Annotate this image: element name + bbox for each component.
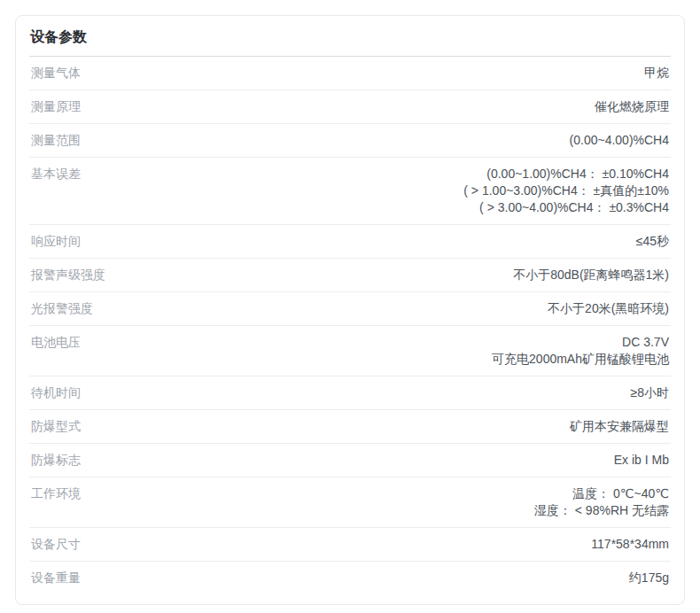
spec-value: 矿用本安兼隔爆型 <box>98 418 669 435</box>
spec-row: 工作环境 温度： 0℃~40℃ 湿度： < 98%RH 无结露 <box>29 477 671 528</box>
spec-label: 工作环境 <box>31 485 98 502</box>
spec-value: 约175g <box>98 570 669 586</box>
spec-label: 基本误差 <box>31 166 98 182</box>
spec-value: Ex ib I Mb <box>98 452 669 469</box>
spec-label: 防爆标志 <box>31 452 98 469</box>
panel-title: 设备参数 <box>29 16 671 57</box>
spec-table: 测量气体 甲烷 测量原理 催化燃烧原理 测量范围 (0.00~4.00)%CH4… <box>29 57 671 594</box>
spec-value: 不小于20米(黑暗环境) <box>111 300 669 317</box>
spec-row: 防爆标志 Ex ib I Mb <box>29 444 671 477</box>
spec-label: 测量范围 <box>31 132 98 149</box>
spec-row: 测量原理 催化燃烧原理 <box>29 90 671 124</box>
spec-label: 测量气体 <box>31 65 98 81</box>
spec-row: 设备重量 约175g <box>29 562 671 594</box>
spec-label: 光报警强度 <box>31 300 111 317</box>
spec-label: 测量原理 <box>31 98 98 115</box>
spec-label: 响应时间 <box>31 233 98 250</box>
spec-value: ≤45秒 <box>98 233 669 250</box>
spec-row: 防爆型式 矿用本安兼隔爆型 <box>29 410 671 444</box>
spec-value: 温度： 0℃~40℃ 湿度： < 98%RH 无结露 <box>98 485 669 519</box>
spec-label: 设备尺寸 <box>31 536 98 553</box>
spec-row: 测量范围 (0.00~4.00)%CH4 <box>29 124 671 158</box>
spec-label: 电池电压 <box>31 334 98 351</box>
spec-row: 待机时间 ≥8小时 <box>29 376 671 410</box>
spec-value: ≥8小时 <box>98 384 669 401</box>
spec-row: 响应时间 ≤45秒 <box>29 225 671 259</box>
page: 设备参数 测量气体 甲烷 测量原理 催化燃烧原理 测量范围 (0.00~4.00… <box>0 0 700 613</box>
spec-value: DC 3.7V 可充电2000mAh矿用锰酸锂电池 <box>98 334 669 368</box>
spec-value: 117*58*34mm <box>98 536 669 553</box>
spec-row: 光报警强度 不小于20米(黑暗环境) <box>29 292 671 326</box>
spec-label: 防爆型式 <box>31 418 98 435</box>
spec-row: 报警声级强度 不小于80dB(距离蜂鸣器1米) <box>29 259 671 292</box>
spec-row: 电池电压 DC 3.7V 可充电2000mAh矿用锰酸锂电池 <box>29 326 671 376</box>
spec-value: 不小于80dB(距离蜂鸣器1米) <box>123 267 669 283</box>
spec-value: (0.00~4.00)%CH4 <box>98 132 669 149</box>
spec-label: 设备重量 <box>31 570 98 586</box>
spec-row: 基本误差 (0.00~1.00)%CH4： ±0.10%CH4 ( > 1.00… <box>29 158 671 225</box>
spec-row: 设备尺寸 117*58*34mm <box>29 528 671 562</box>
spec-label: 报警声级强度 <box>31 267 123 283</box>
device-parameters-panel: 设备参数 测量气体 甲烷 测量原理 催化燃烧原理 测量范围 (0.00~4.00… <box>15 15 685 605</box>
spec-label: 待机时间 <box>31 384 98 401</box>
spec-row: 测量气体 甲烷 <box>29 57 671 90</box>
spec-value: 催化燃烧原理 <box>98 98 669 115</box>
spec-value: (0.00~1.00)%CH4： ±0.10%CH4 ( > 1.00~3.00… <box>98 166 669 216</box>
spec-value: 甲烷 <box>98 65 669 81</box>
